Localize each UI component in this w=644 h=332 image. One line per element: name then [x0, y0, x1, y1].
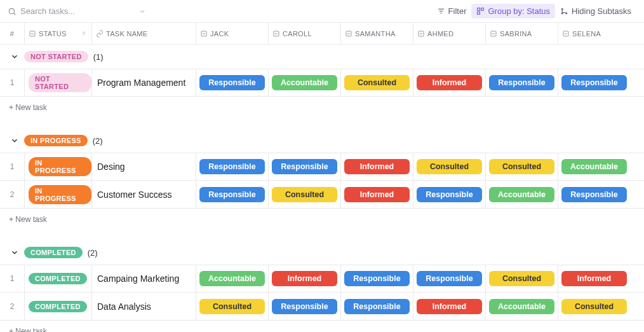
col-person[interactable]: SAMANTHA [340, 23, 413, 44]
cell-raci[interactable]: Responsible [340, 265, 413, 292]
cell-raci[interactable]: Consulted [413, 153, 485, 180]
cell-task[interactable]: Desing [91, 153, 196, 180]
cell-raci[interactable]: Responsible [268, 293, 340, 320]
status-badge: IN PROGRESS [29, 185, 91, 204]
cell-status[interactable]: NOT STARTED [24, 69, 91, 96]
cell-raci[interactable]: Responsible [196, 181, 268, 208]
cell-raci[interactable]: Consulted [485, 265, 558, 292]
col-person[interactable]: JACK [196, 23, 268, 44]
cell-raci[interactable]: Responsible [196, 153, 268, 180]
col-person[interactable]: CAROLL [268, 23, 340, 44]
cell-raci[interactable]: Informed [558, 265, 630, 292]
raci-tag: Informed [561, 271, 627, 286]
link-icon [96, 30, 104, 38]
toolbar: Filter Group by: Status Hiding Subtasks [0, 0, 644, 23]
cell-raci[interactable]: Consulted [196, 293, 268, 320]
new-task-button[interactable]: + New task [0, 209, 644, 230]
raci-tag: Responsible [417, 187, 482, 202]
table-row[interactable]: 2COMPLETEDData AnalysisConsultedResponsi… [0, 293, 644, 321]
cell-raci[interactable]: Accountable [485, 293, 558, 320]
svg-point-0 [9, 8, 14, 13]
cell-raci[interactable]: Responsible [558, 181, 630, 208]
col-person[interactable]: SABRINA [485, 23, 558, 44]
cell-raci[interactable]: Consulted [558, 293, 630, 320]
raci-tag: Accountable [489, 187, 554, 202]
group-header[interactable]: NOT STARTED(1) [0, 45, 644, 69]
cell-raci[interactable]: Accountable [558, 153, 630, 180]
table-row[interactable]: 1NOT STARTEDProgram ManagementResponsibl… [0, 69, 644, 97]
search-input[interactable] [20, 6, 109, 16]
group-header[interactable]: COMPLETED(2) [0, 240, 644, 265]
raci-tag: Consulted [344, 75, 410, 90]
raci-tag: Responsible [199, 159, 265, 174]
table-row[interactable]: 1COMPLETEDCampaing MarketingAccountableI… [0, 265, 644, 293]
pin-icon[interactable] [80, 30, 88, 38]
cell-raci[interactable]: Responsible [558, 69, 630, 96]
cell-raci[interactable]: Informed [413, 293, 485, 320]
cell-status[interactable]: COMPLETED [24, 265, 91, 292]
cell-raci[interactable]: Consulted [340, 69, 413, 96]
svg-rect-17 [563, 31, 568, 36]
raci-tag: Accountable [489, 299, 554, 314]
cell-task[interactable]: Campaing Marketing [91, 265, 196, 292]
dropdown-icon [417, 30, 425, 38]
status-badge: NOT STARTED [29, 73, 91, 92]
status-badge: NOT STARTED [24, 51, 88, 62]
cell-status[interactable]: COMPLETED [24, 293, 91, 320]
cell-raci[interactable]: Informed [340, 153, 413, 180]
cell-status[interactable]: IN PROGRESS [24, 181, 91, 208]
raci-tag: Responsible [199, 187, 265, 202]
cell-status[interactable]: IN PROGRESS [24, 153, 91, 180]
col-person[interactable]: SELENA [558, 23, 630, 44]
col-person[interactable]: AHMED [413, 23, 485, 44]
cell-raci[interactable]: Accountable [268, 69, 340, 96]
col-person-label: JACK [210, 30, 229, 38]
table-row[interactable]: 1IN PROGRESSDesingResponsibleResponsible… [0, 153, 644, 181]
cell-raci[interactable]: Consulted [485, 153, 558, 180]
dropdown-icon [562, 30, 570, 38]
svg-rect-12 [201, 31, 206, 36]
svg-rect-13 [274, 31, 279, 36]
cell-task[interactable]: Program Management [91, 69, 196, 96]
filter-button[interactable]: Filter [432, 4, 472, 18]
new-task-button[interactable]: + New task [0, 321, 644, 332]
cell-raci[interactable]: Accountable [485, 181, 558, 208]
cell-raci[interactable]: Responsible [485, 69, 558, 96]
search-wrap [8, 6, 146, 16]
chevron-down-icon[interactable] [138, 8, 146, 15]
svg-rect-11 [30, 31, 35, 36]
cell-raci[interactable]: Responsible [268, 153, 340, 180]
cell-raci[interactable]: Responsible [413, 265, 485, 292]
cell-raci[interactable]: Informed [340, 181, 413, 208]
svg-rect-16 [491, 31, 496, 36]
raci-tag: Accountable [561, 159, 627, 174]
raci-tag: Consulted [272, 187, 337, 202]
raci-tag: Responsible [272, 159, 337, 174]
cell-raci[interactable]: Informed [268, 265, 340, 292]
col-status[interactable]: STATUS [24, 23, 91, 44]
dropdown-icon [200, 30, 208, 38]
raci-tag: Informed [344, 159, 410, 174]
group-header[interactable]: IN PROGRESS(2) [0, 128, 644, 153]
cell-raci[interactable]: Accountable [196, 265, 268, 292]
cell-raci[interactable]: Informed [413, 69, 485, 96]
cell-raci[interactable]: Responsible [340, 293, 413, 320]
status-badge: COMPLETED [24, 247, 83, 258]
table-row[interactable]: 2IN PROGRESSCustomer SuccessResponsibleC… [0, 181, 644, 209]
cell-raci[interactable]: Responsible [196, 69, 268, 96]
group-count: (1) [93, 52, 104, 62]
cell-task[interactable]: Customer Success [91, 181, 196, 208]
raci-tag: Responsible [561, 75, 627, 90]
raci-tag: Consulted [199, 299, 265, 314]
cell-raci[interactable]: Responsible [413, 181, 485, 208]
raci-tag: Informed [344, 187, 410, 202]
raci-tag: Informed [272, 271, 337, 286]
new-task-button[interactable]: + New task [0, 97, 644, 118]
cell-task[interactable]: Data Analysis [91, 293, 196, 320]
cell-raci[interactable]: Consulted [268, 181, 340, 208]
group-by-button[interactable]: Group by: Status [471, 4, 555, 18]
col-task[interactable]: TASK NAME [91, 23, 196, 44]
svg-rect-7 [478, 12, 480, 15]
group-by-label: Group by: Status [488, 6, 550, 16]
hiding-subtasks-button[interactable]: Hiding Subtasks [555, 4, 636, 18]
